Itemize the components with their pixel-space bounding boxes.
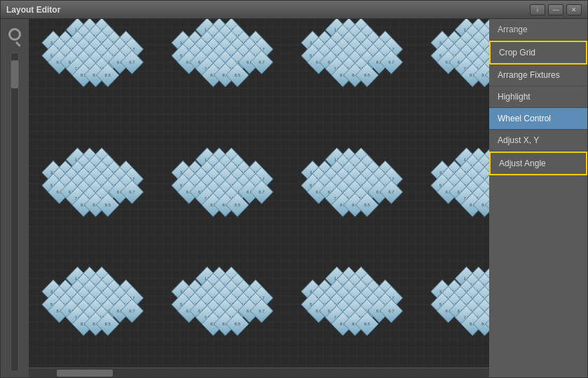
title-bar: Layout Editor i — ✕ bbox=[1, 1, 587, 19]
content-area: Arrange Crop Grid Arrange Fixtures Highl… bbox=[1, 19, 587, 377]
minimize-button[interactable]: — bbox=[548, 4, 563, 15]
menu-item-wheel-control[interactable]: Wheel Control bbox=[489, 108, 587, 130]
info-button[interactable]: i bbox=[530, 4, 545, 15]
right-menu-panel: Arrange Crop Grid Arrange Fixtures Highl… bbox=[489, 19, 587, 377]
magnifier-icon bbox=[8, 28, 21, 41]
menu-item-arrange-fixtures[interactable]: Arrange Fixtures bbox=[489, 65, 587, 86]
menu-item-arrange[interactable]: Arrange bbox=[489, 19, 587, 41]
grid-canvas bbox=[29, 19, 489, 377]
vertical-scroll-track[interactable] bbox=[11, 53, 19, 372]
close-button[interactable]: ✕ bbox=[566, 4, 582, 15]
left-panel bbox=[1, 19, 29, 377]
horizontal-scroll-thumb[interactable] bbox=[57, 370, 113, 377]
window-title: Layout Editor bbox=[6, 5, 60, 15]
title-buttons: i — ✕ bbox=[530, 4, 582, 15]
layout-editor-window: Layout Editor i — ✕ bbox=[0, 0, 588, 378]
menu-item-adjust-angle[interactable]: Adjust Angle bbox=[489, 151, 587, 175]
menu-item-adjust-x-y[interactable]: Adjust X, Y bbox=[489, 130, 587, 151]
menu-item-crop-grid[interactable]: Crop Grid bbox=[489, 41, 587, 65]
horizontal-scrollbar[interactable] bbox=[29, 367, 489, 377]
zoom-tool[interactable] bbox=[5, 25, 25, 44]
main-canvas[interactable] bbox=[29, 19, 489, 377]
magnifier-handle bbox=[15, 41, 21, 47]
vertical-scroll-thumb[interactable] bbox=[11, 60, 18, 88]
menu-item-highlight[interactable]: Highlight bbox=[489, 86, 587, 108]
